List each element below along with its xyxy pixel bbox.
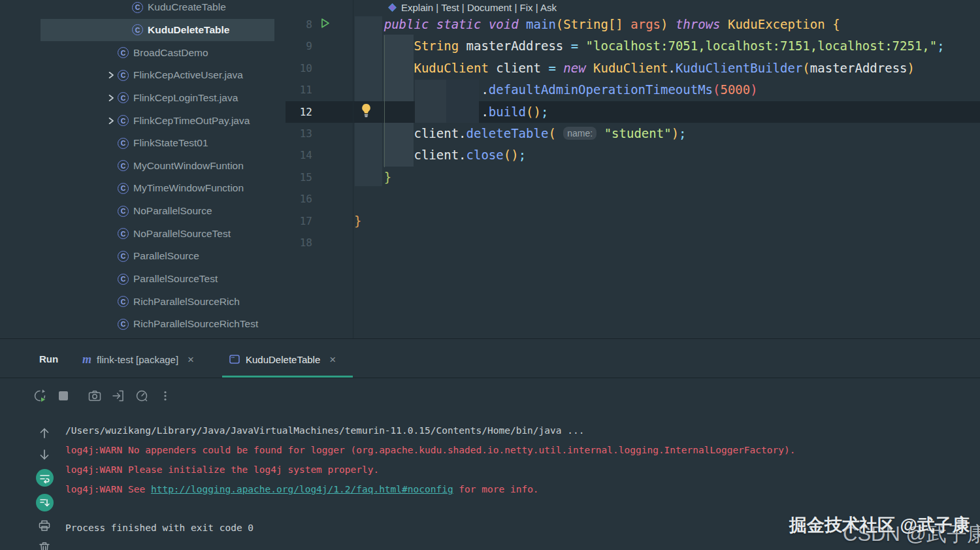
tree-item-label: MyTimeWindowFunction (133, 182, 244, 194)
code-token: KuduClient (414, 61, 488, 75)
code-token: "localhost:7051,localhost:7151,localhost… (586, 39, 938, 53)
chevron-right-icon[interactable] (105, 71, 118, 80)
class-icon: C (118, 160, 129, 171)
code-token: "student" (604, 126, 672, 140)
tree-item[interactable]: CMyCountWindowFuntion (0, 154, 285, 177)
tree-item[interactable]: CFlinkCepLoginTest.java (0, 87, 285, 110)
profiler-gauge-icon[interactable] (135, 389, 149, 403)
code-line: } (354, 210, 361, 232)
tree-item[interactable]: CMyTimeWindowFunction (0, 177, 285, 200)
code-token: () (526, 105, 541, 119)
code-editor[interactable]: 89101112131415161718 Explain | Test | Do… (285, 0, 980, 338)
tab-flink-test[interactable]: m flink-test [package] × (82, 348, 194, 370)
code-token: . (668, 61, 675, 75)
scroll-up-icon[interactable] (37, 426, 52, 440)
code-line: .defaultAdminOperationTimeoutMs(5000) (481, 79, 757, 101)
code-token: KuduException (728, 17, 825, 31)
run-gutter-icon[interactable] (319, 17, 331, 29)
code-token: ( (802, 61, 809, 75)
tree-item[interactable]: CKuduDeleteTable (41, 19, 274, 42)
tree-item[interactable]: CFlinkCepTimeOutPay.java (0, 109, 285, 132)
tree-item[interactable]: CFlinkCepActiveUser.java (0, 64, 285, 87)
code-token: ) (672, 126, 679, 140)
tree-item-label: BroadCastDemo (133, 47, 208, 59)
console-text: log4j:WARN Please initialize the log4j s… (65, 464, 379, 475)
class-icon: C (118, 206, 129, 217)
code-token: { (832, 17, 840, 31)
print-icon[interactable] (37, 519, 52, 533)
more-options-button[interactable] (158, 389, 172, 403)
code-line: } (384, 167, 391, 188)
class-icon: C (118, 228, 129, 239)
code-token: = (548, 61, 555, 75)
scroll-to-end-toggle[interactable] (36, 494, 54, 511)
tree-item[interactable]: CRichParallelSourceRichTest (0, 313, 285, 336)
tab-label: flink-test [package] (97, 354, 178, 365)
code-token: client. (414, 148, 466, 162)
current-line-highlight (286, 101, 980, 123)
close-icon[interactable]: × (329, 354, 336, 365)
code-token: ( (556, 17, 563, 31)
code-token: throws (668, 17, 728, 31)
chevron-right-icon[interactable] (105, 116, 118, 125)
tree-item[interactable]: CNoParallelSource (0, 200, 285, 223)
editor-shade-block (415, 80, 446, 123)
tree-item[interactable]: CKuduCreateTable (0, 0, 285, 19)
ai-gem-icon (388, 3, 397, 12)
ai-actions-label[interactable]: Explain | Test | Document | Fix | Ask (401, 2, 557, 13)
code-token: . (481, 82, 488, 97)
code-token: ( (713, 82, 720, 97)
class-icon: C (118, 183, 129, 194)
close-icon[interactable]: × (188, 354, 194, 365)
code-token: ; (519, 148, 526, 162)
console-link[interactable]: http://logging.apache.org/log4j/1.2/faq.… (151, 484, 453, 494)
chevron-right-icon[interactable] (105, 93, 118, 103)
indent-guide (384, 35, 385, 167)
console-line: log4j:WARN No appenders could be found f… (65, 440, 980, 460)
scroll-down-icon[interactable] (37, 447, 52, 462)
code-line: .build(); (481, 101, 548, 123)
code-token: client (489, 61, 549, 75)
code-line: public static void main(String[] args) t… (384, 14, 840, 35)
ai-actions-hint[interactable]: Explain | Test | Document | Fix | Ask (388, 0, 557, 14)
class-icon: C (132, 2, 143, 13)
code-token: KuduClient (593, 61, 668, 75)
tree-item[interactable]: CRichParallelSourceRich (0, 290, 285, 313)
screenshot-button[interactable] (88, 389, 102, 403)
tree-item[interactable]: CParallelSourceTest (0, 268, 285, 291)
watermark-juejin: 掘金技术社区 @武子康 (789, 513, 970, 537)
console-text: log4j:WARN See (65, 484, 151, 494)
code-token: ; (679, 126, 686, 140)
code-token: ; (937, 39, 944, 53)
line-number: 15 (285, 167, 312, 188)
project-tree-panel: CKuduCreateTableCKuduDeleteTableCBroadCa… (0, 0, 285, 338)
tab-kudu-delete-table[interactable]: KuduDeleteTable × (229, 348, 336, 370)
code-token: new (563, 61, 593, 75)
class-icon: C (118, 92, 129, 103)
tree-item-label: RichParallelSourceRichTest (133, 318, 258, 330)
stop-button[interactable] (56, 389, 71, 403)
tree-item[interactable]: CParallelSource (0, 245, 285, 268)
tree-item[interactable]: CBroadCastDemo (0, 41, 285, 64)
line-number: 9 (285, 35, 312, 57)
console-text: /Users/wuzikang/Library/Java/JavaVirtual… (65, 425, 584, 436)
trash-icon[interactable] (37, 540, 52, 550)
class-icon: C (118, 319, 129, 330)
run-tabs-row: Run m flink-test [package] × KuduDeleteT… (0, 339, 980, 378)
code-token: build (489, 105, 526, 119)
code-line: String masterAddress = "localhost:7051,l… (414, 35, 944, 57)
code-token: ) (750, 82, 757, 97)
line-number: 18 (285, 232, 312, 253)
active-tab-underline (222, 376, 353, 378)
line-number: 12 (285, 101, 312, 123)
rerun-button[interactable] (33, 389, 47, 403)
tree-item[interactable]: CNoParallelSourceTest (0, 222, 285, 245)
attach-debugger-icon[interactable] (111, 389, 125, 403)
class-icon: C (132, 24, 143, 35)
tree-item-label: RichParallelSourceRich (133, 296, 240, 308)
code-token: ; (541, 105, 548, 119)
intention-bulb-icon[interactable] (361, 103, 372, 118)
tree-item[interactable]: CFlinkStateTest01 (0, 132, 285, 155)
soft-wrap-toggle[interactable] (36, 469, 54, 487)
project-tree: CKuduCreateTableCKuduDeleteTableCBroadCa… (0, 0, 285, 336)
